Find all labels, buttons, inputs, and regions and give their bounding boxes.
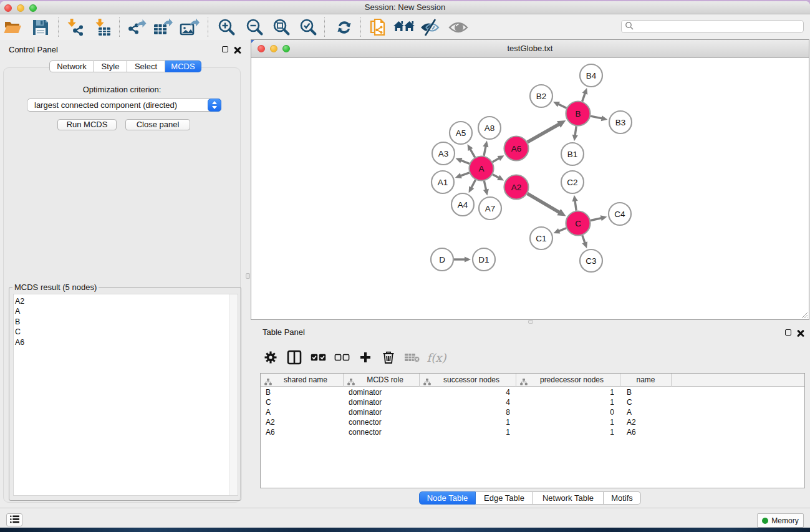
graph-node-A2[interactable]: A2	[504, 175, 529, 200]
column-header-predecessor-nodes[interactable]: predecessor nodes	[516, 374, 620, 387]
graph-node-D1[interactable]: D1	[473, 248, 495, 271]
graph-node-B[interactable]: B	[566, 102, 591, 126]
tab-edge-table[interactable]: Edge Table	[476, 491, 533, 505]
table-row-A[interactable]: Adominator80A	[261, 407, 804, 417]
close-panel-button[interactable]: Close panel	[125, 119, 190, 130]
gear-button[interactable]	[260, 346, 281, 369]
close-panel-icon[interactable]	[234, 46, 241, 54]
split-view-button[interactable]	[284, 346, 305, 369]
table-row-A6[interactable]: A6connector11A6	[261, 427, 804, 437]
graph-node-A[interactable]: A	[470, 157, 494, 181]
float-panel-icon[interactable]	[222, 46, 228, 52]
memory-button[interactable]: Memory	[757, 513, 804, 528]
search-input[interactable]	[621, 20, 804, 33]
refresh-button[interactable]	[332, 14, 356, 40]
graph-node-B1[interactable]: B1	[561, 143, 584, 165]
import-table-button[interactable]	[90, 14, 114, 40]
graph-node-A7[interactable]: A7	[479, 197, 501, 220]
column-header-successor-nodes[interactable]: successor nodes	[420, 374, 516, 387]
table-cell: B	[620, 387, 672, 397]
toolbar-separator	[119, 17, 120, 37]
refresh-icon	[335, 18, 354, 37]
result-list-scrollbar[interactable]	[229, 294, 238, 495]
network-graph[interactable]: AA6A2BCB4B2B3B1A5A8A3A1A4A7C2C4C1C3DD1	[251, 58, 809, 319]
result-list-item[interactable]: A6	[14, 337, 238, 347]
home-button[interactable]	[392, 14, 416, 40]
table-row-B[interactable]: Bdominator41B	[261, 387, 804, 397]
resize-grip-icon[interactable]	[800, 311, 808, 319]
tab-select[interactable]: Select	[127, 60, 165, 72]
import-network-button[interactable]	[64, 14, 87, 40]
criterion-dropdown[interactable]: largest connected component (directed)	[27, 99, 221, 112]
svg-text:C3: C3	[586, 256, 596, 266]
graph-node-A5[interactable]: A5	[450, 122, 472, 144]
graph-node-A6[interactable]: A6	[504, 137, 529, 161]
graph-node-D[interactable]: D	[431, 248, 453, 271]
column-header-MCDS-role[interactable]: MCDS role	[344, 374, 420, 387]
mcds-result-list[interactable]: A2ABCA6	[13, 294, 238, 496]
zoom-out-button[interactable]	[243, 14, 266, 40]
select-all-icon	[311, 354, 326, 361]
graph-node-C[interactable]: C	[566, 211, 591, 236]
toolbar-separator	[360, 17, 361, 37]
open-file-button[interactable]	[1, 14, 24, 40]
select-all-button[interactable]	[307, 346, 329, 369]
tab-motifs[interactable]: Motifs	[604, 491, 641, 505]
open-file-icon	[3, 19, 22, 36]
export-network-button[interactable]	[125, 14, 149, 40]
zoom-selected-button[interactable]	[296, 14, 320, 40]
network-canvas[interactable]: AA6A2BCB4B2B3B1A5A8A3A1A4A7C2C4C1C3DD1	[251, 58, 809, 319]
result-list-item[interactable]: C	[14, 327, 238, 337]
memory-status-icon	[762, 518, 768, 524]
save-session-button[interactable]	[29, 14, 52, 40]
tab-network-table[interactable]: Network Table	[533, 491, 604, 505]
result-list-item[interactable]: B	[14, 317, 238, 327]
tab-mcds[interactable]: MCDS	[165, 60, 201, 72]
result-list-item[interactable]: A2	[14, 296, 238, 306]
graph-node-A8[interactable]: A8	[478, 117, 501, 139]
graph-node-B4[interactable]: B4	[580, 64, 602, 87]
graph-node-C2[interactable]: C2	[561, 171, 584, 193]
delete-column-icon	[382, 351, 395, 364]
column-header-name[interactable]: name	[620, 374, 672, 387]
deselect-all-button[interactable]	[331, 346, 352, 369]
zoom-fit-button[interactable]	[269, 14, 293, 40]
graph-node-C1[interactable]: C1	[530, 227, 552, 249]
column-header-shared-name[interactable]: shared name	[261, 374, 344, 387]
add-column-button[interactable]	[355, 346, 376, 369]
vertical-splitter-grip[interactable]	[246, 273, 250, 279]
table-cell: 8	[420, 407, 516, 417]
close-table-panel-icon[interactable]	[797, 329, 804, 337]
graph-node-A1[interactable]: A1	[432, 171, 454, 193]
clone-network-button[interactable]	[366, 14, 390, 40]
show-panels-button[interactable]	[6, 513, 22, 526]
deselect-all-icon	[334, 354, 350, 361]
table-row-A2[interactable]: A2connector11A2	[261, 417, 804, 427]
column-header-label: predecessor nodes	[524, 374, 620, 386]
export-table-button[interactable]	[151, 14, 175, 40]
birds-eye-button[interactable]	[446, 14, 470, 40]
tab-style[interactable]: Style	[94, 60, 127, 72]
network-window-titlebar[interactable]: testGlobe.txt	[251, 40, 809, 58]
table-row-C[interactable]: Cdominator41C	[261, 397, 804, 407]
graph-node-A4[interactable]: A4	[451, 193, 474, 216]
tab-node-table[interactable]: Node Table	[419, 491, 476, 505]
zoom-in-button[interactable]	[215, 14, 238, 40]
delete-column-button[interactable]	[378, 346, 399, 369]
add-column-icon	[359, 351, 372, 364]
export-image-button[interactable]	[178, 14, 201, 40]
run-mcds-button[interactable]: Run MCDS	[57, 119, 117, 130]
save-session-icon	[32, 19, 49, 36]
graph-node-B3[interactable]: B3	[609, 111, 632, 133]
graph-node-B2[interactable]: B2	[530, 85, 552, 107]
float-table-panel-icon[interactable]	[785, 329, 791, 336]
control-panel: Control Panel Optimization criterion: la…	[0, 40, 244, 508]
graph-node-C3[interactable]: C3	[580, 249, 602, 272]
result-list-item[interactable]: A	[14, 306, 238, 316]
tab-network[interactable]: Network	[49, 60, 94, 72]
graph-node-C4[interactable]: C4	[609, 203, 631, 225]
network-window-title: testGlobe.txt	[251, 40, 809, 57]
graphics-details-button[interactable]	[419, 14, 443, 40]
graph-node-A3[interactable]: A3	[432, 142, 455, 165]
table-cell: 0	[516, 407, 620, 417]
